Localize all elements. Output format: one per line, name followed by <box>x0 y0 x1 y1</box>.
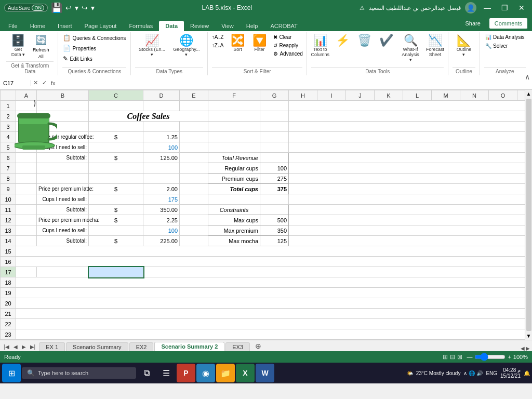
cell-a12[interactable] <box>16 215 37 225</box>
stocks-button[interactable]: 📈 Stocks (En... ▾ <box>135 33 168 59</box>
cell-d6[interactable]: 125.00 <box>143 153 180 163</box>
flash-fill-button[interactable]: ⚡ <box>332 33 353 48</box>
cell-a9[interactable] <box>16 184 37 194</box>
row-header-7[interactable]: 7 <box>1 163 16 174</box>
cell-g4[interactable] <box>260 132 289 142</box>
cell-e8[interactable] <box>180 174 208 184</box>
row-header-20[interactable]: 20 <box>1 298 16 309</box>
cell-c17-selected[interactable] <box>89 267 143 277</box>
cell-g14[interactable]: 125 <box>260 236 289 246</box>
cell-h12[interactable] <box>289 215 525 225</box>
row-header-19[interactable]: 19 <box>1 288 16 298</box>
cell-b13[interactable]: Cups I need to sell: <box>37 225 89 236</box>
volume-icon[interactable]: 🔊 <box>476 370 483 376</box>
sheet-scroll-left[interactable]: ◀ <box>521 345 525 351</box>
cell-f3[interactable] <box>208 122 260 132</box>
cell-b3[interactable] <box>37 122 89 132</box>
cell-d11[interactable]: 350.00 <box>143 205 180 215</box>
redo-icon[interactable]: ↪ <box>82 4 88 12</box>
sheet-tab-scenario-summary[interactable]: Scenario Summary <box>66 342 128 351</box>
cell-c5[interactable] <box>89 142 143 153</box>
cell-h6[interactable] <box>289 153 525 163</box>
cell-a10[interactable] <box>16 194 37 205</box>
formula-check-icon[interactable]: ✓ <box>40 79 49 86</box>
cell-b4[interactable]: Price per regular coffee: <box>37 132 89 142</box>
row-header-13[interactable]: 13 <box>1 225 16 236</box>
cell-e9[interactable] <box>180 184 208 194</box>
cell-b14[interactable]: Subtotal: <box>37 236 89 246</box>
cell-h14[interactable] <box>289 236 525 246</box>
cell-h11[interactable] <box>289 205 525 215</box>
cell-a14[interactable] <box>16 236 37 246</box>
cell-a7[interactable] <box>16 163 37 174</box>
tab-home[interactable]: Home <box>24 21 51 31</box>
cell-h13[interactable] <box>289 225 525 236</box>
row-header-22[interactable]: 22 <box>1 319 16 329</box>
comments-button[interactable]: Comments <box>489 18 528 29</box>
cell-f7[interactable]: Regular cups <box>208 163 260 174</box>
cell-b10[interactable]: Cups I need to sell: <box>37 194 89 205</box>
undo-icon[interactable]: ↩ <box>65 4 72 12</box>
cell-f6-total-rev[interactable]: Total Revenue <box>208 153 260 163</box>
cell-g6[interactable] <box>260 153 289 163</box>
cell-g8[interactable]: 275 <box>260 174 289 184</box>
col-header-f[interactable]: F <box>208 90 260 101</box>
ribbon-collapse-button[interactable]: ∧ <box>525 73 530 81</box>
cell-h10[interactable] <box>289 194 525 205</box>
zoom-slider[interactable] <box>474 353 506 361</box>
sheet-prev-button[interactable]: ◀ <box>12 343 19 350</box>
row-header-8[interactable]: 8 <box>1 174 16 184</box>
formula-input[interactable] <box>58 80 532 86</box>
cell-d9[interactable]: 2.00 <box>143 184 180 194</box>
notification-icon[interactable]: 🔔 <box>524 370 530 376</box>
cell-h4[interactable] <box>289 132 525 142</box>
cell-c2-title[interactable]: Coffee Sales <box>89 111 208 122</box>
cell-a4[interactable] <box>16 132 37 142</box>
cell-f8[interactable]: Premium cups <box>208 174 260 184</box>
col-header-k[interactable]: K <box>375 90 403 101</box>
sheet-add-button[interactable]: ⊕ <box>251 341 265 351</box>
cell-e14[interactable] <box>180 236 208 246</box>
cell-h2[interactable] <box>289 111 525 122</box>
cell-b11[interactable]: Subtotal: <box>37 205 89 215</box>
formula-function-icon[interactable]: fx <box>49 80 58 86</box>
save-icon[interactable]: 💾 <box>51 2 62 14</box>
grid-scroll-area[interactable]: A B C D E F G H I J K L M N O P Q <box>0 90 525 340</box>
task-view-button[interactable]: ⧉ <box>137 364 156 382</box>
clear-button[interactable]: ✖ Clear <box>271 33 305 41</box>
col-header-o[interactable]: O <box>489 90 517 101</box>
powerpoint-taskbar-icon[interactable]: P <box>177 364 195 382</box>
cell-d7[interactable] <box>143 163 180 174</box>
cell-d13[interactable]: 100 <box>143 225 180 236</box>
cell-a17[interactable] <box>16 267 37 277</box>
minimize-button[interactable]: — <box>481 3 494 13</box>
cell-b5[interactable]: Cups I need to sell: <box>37 142 89 153</box>
cell-f5[interactable] <box>208 142 260 153</box>
word-taskbar-icon[interactable]: W <box>256 364 274 382</box>
page-layout-view-icon[interactable]: ⊟ <box>450 353 455 361</box>
vertical-scrollbar[interactable]: ▲ ▼ <box>525 90 532 340</box>
col-header-m[interactable]: M <box>432 90 460 101</box>
cell-e3[interactable] <box>180 122 208 132</box>
row-header-2[interactable]: 2 <box>1 111 16 122</box>
cell-e5[interactable] <box>180 142 208 153</box>
scroll-up-button[interactable]: ▲ <box>525 90 532 98</box>
col-header-b[interactable]: B <box>37 90 89 101</box>
cell-d3[interactable] <box>143 122 180 132</box>
sheet-scroll-right[interactable]: ▶ <box>526 345 530 351</box>
tab-review[interactable]: Review <box>184 21 215 31</box>
autosave-toggle[interactable]: AutoSave ON <box>4 4 48 12</box>
tab-formulas[interactable]: Formulas <box>123 21 159 31</box>
remove-duplicates-button[interactable]: 🗑️ <box>354 33 375 48</box>
widgets-button[interactable]: ☰ <box>157 364 176 382</box>
zoom-in-button[interactable]: + <box>508 354 511 360</box>
sheet-last-button[interactable]: ▶| <box>29 343 37 350</box>
sort-za-button[interactable]: ↑Z↓A <box>209 42 227 49</box>
zoom-out-button[interactable]: — <box>467 354 472 360</box>
col-header-e[interactable]: E <box>180 90 208 101</box>
cell-h9[interactable] <box>289 184 525 194</box>
cell-g11[interactable] <box>260 205 289 215</box>
sort-az-button[interactable]: ↑A↓Z <box>209 33 227 41</box>
get-data-button[interactable]: 🗄️ GetData ▾ <box>8 33 29 59</box>
geography-button[interactable]: 🌐 Geography... ▾ <box>170 33 204 59</box>
